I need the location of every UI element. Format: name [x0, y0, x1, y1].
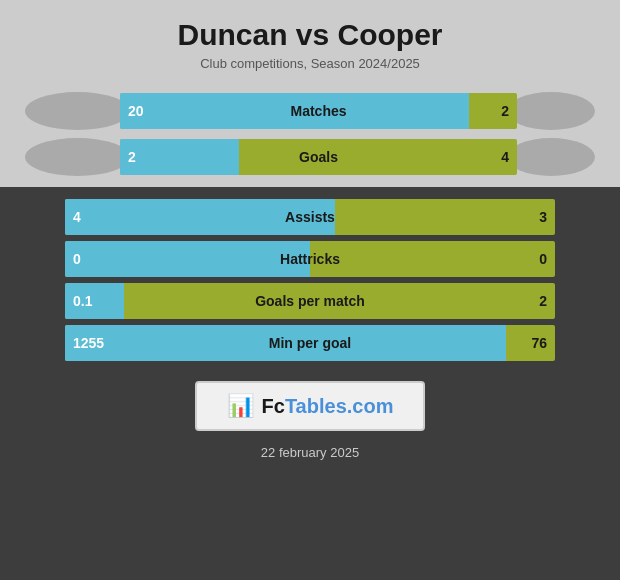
avatar-right-matches	[507, 92, 595, 130]
gpm-bar: 0.1 Goals per match 2	[65, 283, 555, 319]
page-title: Duncan vs Cooper	[0, 18, 620, 52]
mpg-bar: 1255 Min per goal 76	[65, 325, 555, 361]
goals-left-value: 2	[128, 149, 136, 165]
logo-text: FcTables.com	[262, 395, 394, 418]
mpg-right-value: 76	[531, 335, 547, 351]
assists-label: Assists	[285, 209, 335, 225]
header-section: Duncan vs Cooper Club competitions, Seas…	[0, 0, 620, 187]
goals-label: Goals	[299, 149, 338, 165]
hattricks-label: Hattricks	[280, 251, 340, 267]
date-text: 22 february 2025	[261, 445, 359, 460]
goals-right-value: 4	[501, 149, 509, 165]
goals-bar: 2 Goals 4	[120, 139, 517, 175]
gpm-label: Goals per match	[255, 293, 365, 309]
mpg-left-value: 1255	[73, 335, 104, 351]
avatar-right-goals	[507, 138, 595, 176]
assists-right-value: 3	[539, 209, 547, 225]
logo-box: 📊 FcTables.com	[195, 381, 426, 431]
logo-icon: 📊	[227, 393, 254, 419]
gpm-left-value: 0.1	[73, 293, 92, 309]
goals-row: 2 Goals 4	[25, 137, 595, 177]
assists-bar: 4 Assists 3	[65, 199, 555, 235]
page-subtitle: Club competitions, Season 2024/2025	[0, 56, 620, 71]
hattricks-right-value: 0	[539, 251, 547, 267]
mpg-label: Min per goal	[269, 335, 351, 351]
matches-bar: 20 Matches 2	[120, 93, 517, 129]
avatar-left-goals	[25, 138, 130, 176]
page-container: Duncan vs Cooper Club competitions, Seas…	[0, 0, 620, 580]
matches-right-value: 2	[501, 103, 509, 119]
matches-label: Matches	[290, 103, 346, 119]
matches-left-value: 20	[128, 103, 144, 119]
matches-row: 20 Matches 2	[25, 91, 595, 131]
assists-left-value: 4	[73, 209, 81, 225]
gpm-right-value: 2	[539, 293, 547, 309]
bottom-section: 4 Assists 3 0 Hattricks 0 0.1 Goals per …	[0, 187, 620, 580]
hattricks-left-value: 0	[73, 251, 81, 267]
hattricks-bar-fill	[65, 241, 310, 277]
avatar-left-matches	[25, 92, 130, 130]
goals-bar-fill	[120, 139, 239, 175]
lower-stats: 4 Assists 3 0 Hattricks 0 0.1 Goals per …	[65, 199, 555, 361]
hattricks-bar: 0 Hattricks 0	[65, 241, 555, 277]
